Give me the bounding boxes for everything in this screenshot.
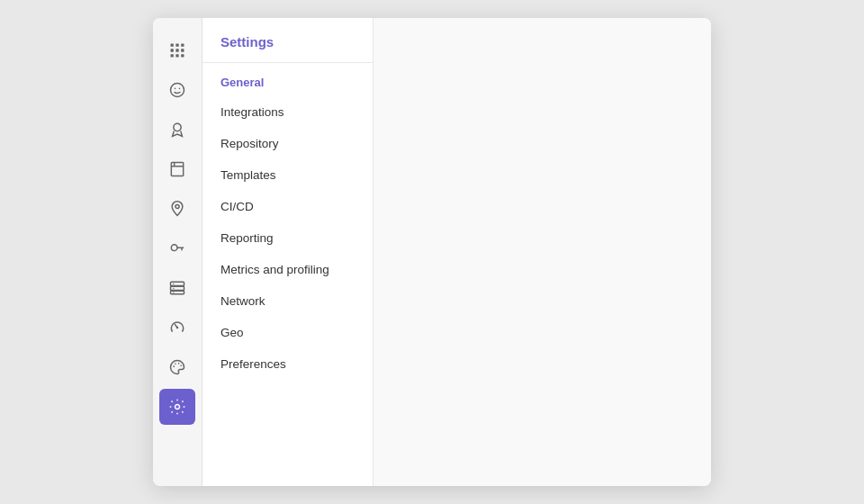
svg-point-24 <box>176 327 179 329</box>
key-icon[interactable] <box>159 230 195 266</box>
svg-point-17 <box>171 245 177 251</box>
metrics-item[interactable]: Metrics and profiling <box>202 254 373 285</box>
preferences-item[interactable]: Preferences <box>202 348 373 380</box>
svg-point-28 <box>180 365 182 367</box>
gauge-icon[interactable] <box>159 310 195 346</box>
svg-rect-3 <box>171 49 174 51</box>
icon-sidebar <box>153 18 202 486</box>
svg-rect-5 <box>181 49 184 51</box>
svg-point-21 <box>173 284 174 284</box>
svg-rect-20 <box>171 291 184 293</box>
repository-item[interactable]: Repository <box>202 128 373 159</box>
svg-rect-8 <box>181 54 184 57</box>
general-section-label: General <box>202 63 373 96</box>
svg-rect-2 <box>181 44 184 47</box>
location-icon[interactable] <box>159 191 195 227</box>
palette-icon[interactable] <box>159 349 195 385</box>
main-content <box>374 18 711 486</box>
book-icon[interactable] <box>159 151 195 187</box>
cicd-item[interactable]: CI/CD <box>202 191 373 222</box>
svg-rect-18 <box>171 282 184 285</box>
svg-point-23 <box>173 292 174 292</box>
settings-title: Settings <box>202 18 373 63</box>
svg-point-10 <box>175 88 176 90</box>
svg-point-25 <box>173 365 175 367</box>
face-icon[interactable] <box>159 72 195 108</box>
svg-point-12 <box>174 123 181 130</box>
grid-icon[interactable] <box>159 32 195 68</box>
svg-point-16 <box>176 204 179 208</box>
svg-point-29 <box>176 405 180 410</box>
svg-rect-4 <box>176 49 178 51</box>
svg-rect-7 <box>176 54 178 57</box>
geo-item[interactable]: Geo <box>202 317 373 348</box>
svg-rect-0 <box>171 44 174 47</box>
award-icon[interactable] <box>159 112 195 148</box>
settings-panel: Settings General IntegrationsRepositoryT… <box>202 18 374 486</box>
reporting-item[interactable]: Reporting <box>202 222 373 254</box>
svg-point-11 <box>179 88 181 90</box>
gear-icon[interactable] <box>159 389 195 425</box>
svg-rect-6 <box>171 54 174 57</box>
svg-rect-13 <box>171 163 183 176</box>
svg-point-9 <box>171 84 184 97</box>
network-item[interactable]: Network <box>202 285 373 317</box>
svg-rect-1 <box>176 44 178 47</box>
svg-rect-19 <box>171 286 184 290</box>
svg-point-26 <box>175 363 176 364</box>
svg-point-27 <box>178 363 180 364</box>
settings-window: Settings General IntegrationsRepositoryT… <box>153 18 711 486</box>
storage-icon[interactable] <box>159 270 195 306</box>
svg-point-22 <box>173 288 174 289</box>
templates-item[interactable]: Templates <box>202 159 373 191</box>
integrations-item[interactable]: Integrations <box>202 96 373 128</box>
